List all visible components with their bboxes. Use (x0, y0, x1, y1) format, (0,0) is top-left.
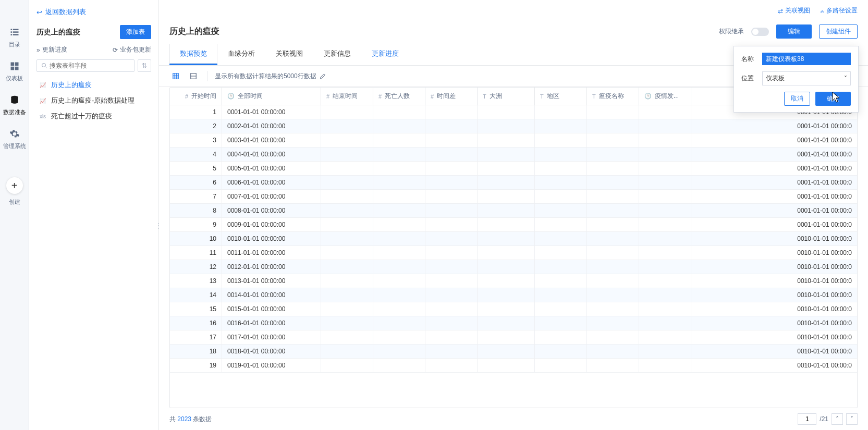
table-row[interactable]: 170017-01-01 00:00:000010-01-01 00:00:0 (170, 330, 857, 345)
cell-src (639, 345, 691, 358)
page-prev-button[interactable]: ˄ (832, 413, 843, 425)
edit-button[interactable]: 编辑 (776, 24, 812, 39)
search-input-wrap[interactable] (36, 59, 135, 72)
grid-body[interactable]: 10001-01-01 00:00:000001-01-01 00:00:020… (170, 105, 857, 408)
table-row[interactable]: 140014-01-01 00:00:000010-01-01 00:00:0 (170, 288, 857, 302)
col-region[interactable]: T地区 (535, 88, 587, 105)
cell-continent (478, 345, 535, 358)
svg-rect-7 (15, 63, 18, 66)
table-row[interactable]: 110011-01-01 00:00:000010-01-01 00:00:0 (170, 246, 857, 260)
cell-src (639, 162, 691, 175)
cell-idx: 13 (170, 274, 222, 288)
tab-update-info[interactable]: 更新信息 (313, 44, 361, 65)
col-diff[interactable]: #时间差 (425, 88, 478, 105)
tab-update-progress[interactable]: 更新进度 (361, 44, 409, 65)
permission-toggle[interactable] (751, 28, 769, 36)
popover-loc-select[interactable]: 仪表板 ˅ (762, 71, 851, 85)
nav-catalog[interactable]: 目录 (0, 21, 29, 55)
cell-idx: 19 (170, 359, 222, 372)
tab-preview[interactable]: 数据预览 (169, 44, 217, 65)
popover-confirm-button[interactable]: 确定 (815, 92, 851, 106)
col-deaths[interactable]: #死亡人数 (373, 88, 425, 105)
table-row[interactable]: 60006-01-01 00:00:000001-01-01 00:00:0 (170, 176, 857, 190)
update-progress-link[interactable]: » 更新进度 (36, 45, 67, 54)
cell-name (587, 218, 639, 231)
col-source[interactable]: 🕒疫情发... (639, 88, 691, 105)
nav-create-button[interactable]: + (6, 177, 23, 194)
link-multipath[interactable]: ஃ 多路径设置 (821, 6, 858, 15)
nav-dataprep[interactable]: 数据准备 (0, 89, 29, 122)
table-row[interactable]: 160016-01-01 00:00:000010-01-01 00:00:0 (170, 316, 857, 330)
page-input[interactable] (798, 413, 816, 425)
tab-relation[interactable]: 关联视图 (265, 44, 313, 65)
cell-end (321, 274, 373, 288)
cell-end (321, 359, 373, 372)
cell-continent (478, 330, 535, 344)
cell-continent (478, 316, 535, 330)
cell-end (321, 345, 373, 358)
table-row[interactable]: 90009-01-01 00:00:000001-01-01 00:00:0 (170, 218, 857, 232)
cell-idx: 6 (170, 176, 222, 189)
cell-idx: 1 (170, 105, 222, 119)
data-grid: #开始时间 🕒全部时间 #结束时间 #死亡人数 #时间差 T大洲 T地区 T瘟疫… (169, 87, 858, 408)
cell-all: 0011-01-01 00:00:00 (222, 246, 321, 260)
link-relation-view[interactable]: ⇄ 关联视图 (778, 6, 810, 15)
view-grid-button[interactable] (169, 70, 182, 82)
package-update-link[interactable]: ⟳ 业务包更新 (113, 45, 151, 54)
table-row[interactable]: 80008-01-01 00:00:000001-01-01 00:00:0 (170, 204, 857, 218)
cell-deaths (373, 133, 425, 147)
create-widget-button[interactable]: 创建组件 (819, 24, 858, 39)
cell-region (535, 274, 587, 288)
nav-dashboard[interactable]: 仪表板 (0, 55, 29, 89)
table-row[interactable]: 20002-01-01 00:00:000001-01-01 00:00:0 (170, 119, 857, 133)
cell-all: 0004-01-01 00:00:00 (222, 148, 321, 161)
edit-icon[interactable] (320, 73, 326, 79)
cell-all: 0003-01-01 00:00:00 (222, 133, 321, 147)
gear-icon (9, 129, 20, 139)
cell-last: 0001-01-01 00:00:0 (691, 133, 857, 147)
cell-diff (425, 190, 478, 203)
sidebar-item-plague[interactable]: 📈 历史上的瘟疫 (36, 77, 151, 93)
col-continent[interactable]: T大洲 (478, 88, 535, 105)
nav-admin[interactable]: 管理系统 (0, 122, 29, 156)
popover-cancel-button[interactable]: 取消 (784, 92, 810, 106)
search-input[interactable] (50, 62, 130, 69)
hash-icon: # (431, 93, 434, 100)
table-row[interactable]: 180018-01-01 00:00:000010-01-01 00:00:0 (170, 345, 857, 359)
cell-end (321, 162, 373, 175)
cell-all: 0018-01-01 00:00:00 (222, 345, 321, 358)
sidebar-item-hundredk[interactable]: xls 死亡超过十万的瘟疫 (36, 108, 151, 124)
cell-src (639, 246, 691, 260)
back-link[interactable]: ↩ 返回数据列表 (36, 5, 151, 19)
cell-all: 0002-01-01 00:00:00 (222, 119, 321, 133)
table-row[interactable]: 130013-01-01 00:00:000010-01-01 00:00:0 (170, 274, 857, 288)
tab-lineage[interactable]: 血缘分析 (217, 44, 265, 65)
cell-continent (478, 302, 535, 316)
add-table-button[interactable]: 添加表 (120, 25, 151, 39)
hash-icon: # (378, 93, 382, 100)
view-card-button[interactable] (187, 70, 200, 82)
table-row[interactable]: 190019-01-01 00:00:000010-01-01 00:00:0 (170, 359, 857, 373)
cell-diff (425, 345, 478, 358)
table-row[interactable]: 30003-01-01 00:00:000001-01-01 00:00:0 (170, 133, 857, 148)
table-row[interactable]: 40004-01-01 00:00:000001-01-01 00:00:0 (170, 148, 857, 162)
table-row[interactable]: 50005-01-01 00:00:000001-01-01 00:00:0 (170, 162, 857, 176)
svg-rect-8 (10, 67, 14, 70)
sidebar-item-raw[interactable]: 📈 历史上的瘟疫-原始数据处理 (36, 93, 151, 108)
table-row[interactable]: 120012-01-01 00:00:000010-01-01 00:00:0 (170, 260, 857, 274)
popover-name-input[interactable] (762, 53, 851, 65)
table-row[interactable]: 70007-01-01 00:00:000001-01-01 00:00:0 (170, 190, 857, 204)
cell-name (587, 204, 639, 217)
sort-button[interactable]: ⇅ (138, 59, 151, 72)
svg-line-12 (45, 67, 47, 68)
cell-region (535, 105, 587, 119)
table-row[interactable]: 150015-01-01 00:00:000010-01-01 00:00:0 (170, 302, 857, 316)
table-row[interactable]: 100010-01-01 00:00:000010-01-01 00:00:0 (170, 232, 857, 246)
page-next-button[interactable]: ˅ (846, 413, 858, 425)
col-all[interactable]: 🕒全部时间 (222, 88, 321, 105)
col-name[interactable]: T瘟疫名称 (587, 88, 639, 105)
col-end[interactable]: #结束时间 (321, 88, 373, 105)
col-start[interactable]: #开始时间 (170, 88, 222, 105)
svg-rect-9 (15, 67, 18, 70)
cell-deaths (373, 190, 425, 203)
